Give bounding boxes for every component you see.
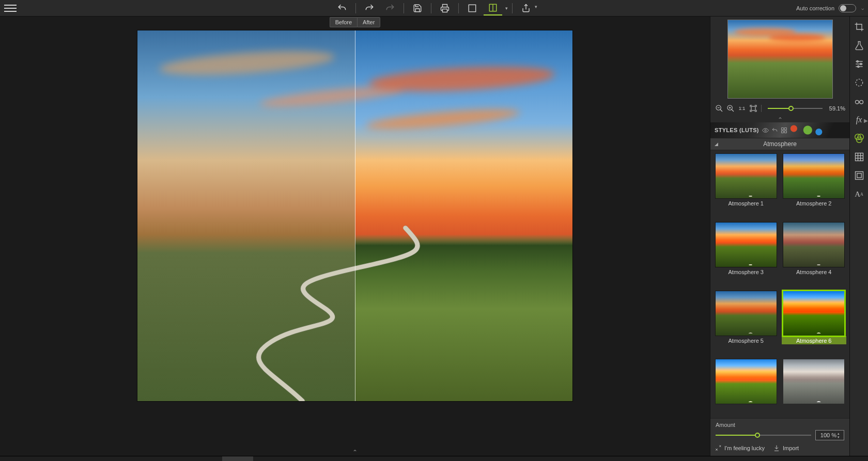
auto-correction-label: Auto correction [796, 5, 834, 11]
view-dropdown-caret[interactable]: ▾ [505, 6, 508, 11]
auto-correction-caret[interactable]: ⌵ [861, 6, 864, 11]
chemistry-tool[interactable] [852, 38, 866, 53]
before-label: Before [330, 17, 357, 27]
grid-icon[interactable] [781, 127, 787, 134]
preset-thumb[interactable]: Atmosphere 3 [714, 222, 779, 288]
svg-point-13 [765, 129, 766, 131]
feeling-lucky-button[interactable]: I'm feeling lucky [715, 444, 765, 452]
svg-rect-0 [443, 9, 447, 12]
styles-panel-header[interactable]: STYLES (LUTS) [710, 122, 849, 138]
lut-tool[interactable] [852, 131, 866, 146]
zoom-100-button[interactable]: 1:1 [737, 104, 747, 113]
svg-rect-16 [781, 131, 783, 133]
preset-thumb[interactable] [714, 359, 779, 418]
svg-rect-17 [784, 131, 786, 133]
redo-button[interactable] [360, 1, 379, 15]
reset-icon[interactable] [771, 127, 778, 134]
category-header[interactable]: ◢ Atmosphere [710, 138, 849, 150]
share-button[interactable]: ▾ [517, 1, 535, 15]
single-view-button[interactable] [463, 1, 482, 15]
rail-expand-caret[interactable]: ▶ [864, 118, 868, 123]
visibility-icon[interactable] [762, 127, 769, 134]
preset-thumb[interactable]: Atmosphere 1 [714, 153, 779, 219]
auto-correction-toggle[interactable] [839, 4, 856, 12]
redo-history-button[interactable] [381, 1, 399, 15]
zoom-out-button[interactable] [715, 104, 724, 113]
svg-line-9 [732, 109, 734, 112]
svg-rect-1 [469, 5, 476, 12]
frame-tool[interactable] [852, 168, 866, 183]
svg-line-6 [720, 109, 722, 112]
svg-rect-15 [784, 128, 786, 130]
preset-thumb[interactable]: Atmosphere 2 [782, 153, 847, 219]
amount-spinner[interactable]: ▴▾ [838, 431, 843, 439]
top-toolbar: ▾ ▾ Auto correction ⌵ [0, 0, 868, 17]
glasses-tool[interactable] [852, 94, 866, 108]
svg-point-24 [856, 79, 862, 86]
svg-point-25 [855, 100, 859, 104]
preset-thumb[interactable] [782, 359, 847, 418]
compare-divider[interactable] [355, 30, 355, 401]
separator [458, 3, 459, 13]
svg-rect-14 [781, 128, 783, 130]
amount-label: Amount [716, 422, 844, 428]
text-tool[interactable]: AA [852, 187, 866, 201]
crop-tool[interactable] [852, 20, 866, 34]
preset-grid: Atmosphere 1 Atmosphere 2 Atmosphere 3 A… [710, 150, 849, 418]
after-label: After [357, 17, 380, 27]
sliders-tool[interactable] [852, 57, 866, 71]
zoom-in-button[interactable] [726, 104, 735, 113]
canvas-area: Before After ⌃ [0, 17, 710, 456]
zoom-slider[interactable] [768, 105, 823, 112]
canvas-collapse-caret[interactable]: ⌃ [0, 449, 710, 456]
separator [404, 3, 404, 13]
split-view-button[interactable] [484, 1, 502, 15]
amount-slider[interactable] [716, 432, 811, 439]
separator [355, 3, 356, 13]
collapse-icon: ◢ [715, 141, 718, 147]
zoom-value: 59.1% [828, 105, 845, 112]
side-panel: 1:1 59.1% ⌃ STYLES (LUTS) ◢ Atmosp [710, 17, 849, 456]
undo-button[interactable] [333, 1, 351, 15]
styles-panel-title: STYLES (LUTS) [715, 127, 759, 133]
bottom-bar [0, 456, 868, 461]
menu-button[interactable] [4, 2, 17, 14]
grain-tool[interactable] [852, 150, 866, 164]
save-button[interactable] [408, 1, 427, 15]
selection-tool[interactable] [852, 75, 866, 90]
separator [512, 3, 513, 13]
navigator-preview[interactable] [727, 20, 833, 99]
import-button[interactable]: Import [773, 444, 799, 452]
preset-thumb[interactable]: Atmosphere 6 [782, 291, 847, 356]
category-label: Atmosphere [763, 140, 797, 148]
svg-point-26 [859, 100, 863, 104]
svg-rect-12 [751, 106, 755, 110]
svg-rect-30 [855, 153, 863, 161]
amount-input[interactable]: 100 % ▴▾ [815, 430, 844, 440]
svg-rect-36 [857, 173, 861, 178]
print-button[interactable] [436, 1, 454, 15]
preset-thumb[interactable]: Atmosphere 4 [782, 222, 847, 288]
tool-rail: fx AA ▶ [849, 17, 868, 456]
svg-rect-35 [855, 172, 863, 180]
zoom-fit-button[interactable] [749, 104, 758, 113]
separator [431, 3, 431, 13]
panel-collapse-caret[interactable]: ⌃ [710, 116, 849, 122]
main-image[interactable] [137, 30, 573, 402]
preset-thumb[interactable]: Atmosphere 5 [714, 291, 779, 356]
